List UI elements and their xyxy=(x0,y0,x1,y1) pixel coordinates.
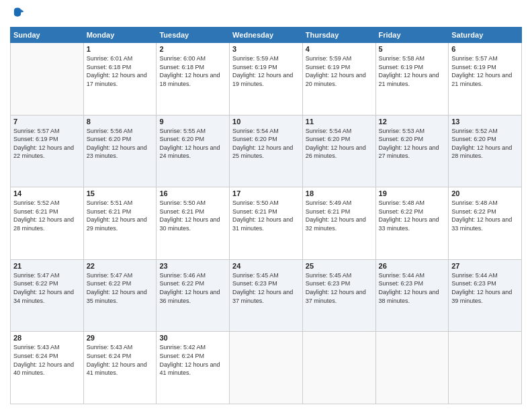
day-number: 8 xyxy=(87,118,154,126)
day-info: Sunrise: 5:57 AMSunset: 6:19 PMDaylight:… xyxy=(13,127,81,161)
calendar-cell: 8Sunrise: 5:56 AMSunset: 6:20 PMDaylight… xyxy=(83,115,157,187)
day-info: Sunrise: 5:43 AMSunset: 6:24 PMDaylight:… xyxy=(87,343,154,377)
day-info: Sunrise: 5:47 AMSunset: 6:22 PMDaylight:… xyxy=(13,271,81,305)
calendar-cell: 4Sunrise: 5:59 AMSunset: 6:19 PMDaylight… xyxy=(302,43,375,116)
day-number: 27 xyxy=(451,262,519,270)
calendar-week-row: 7Sunrise: 5:57 AMSunset: 6:19 PMDaylight… xyxy=(11,115,522,187)
calendar-cell xyxy=(302,332,375,404)
day-number: 22 xyxy=(87,262,154,270)
calendar-cell: 30Sunrise: 5:42 AMSunset: 6:24 PMDayligh… xyxy=(157,332,230,404)
day-info: Sunrise: 5:43 AMSunset: 6:24 PMDaylight:… xyxy=(13,343,81,377)
day-number: 19 xyxy=(379,189,446,197)
day-info: Sunrise: 5:58 AMSunset: 6:19 PMDaylight:… xyxy=(379,54,446,88)
calendar-cell: 13Sunrise: 5:52 AMSunset: 6:20 PMDayligh… xyxy=(449,115,522,187)
calendar-cell: 29Sunrise: 5:43 AMSunset: 6:24 PMDayligh… xyxy=(83,332,157,404)
day-info: Sunrise: 5:52 AMSunset: 6:21 PMDaylight:… xyxy=(13,199,81,232)
day-number: 25 xyxy=(306,262,373,270)
day-number: 20 xyxy=(451,189,519,197)
day-number: 13 xyxy=(451,118,519,126)
col-header-thursday: Thursday xyxy=(302,28,375,43)
calendar-cell: 9Sunrise: 5:55 AMSunset: 6:20 PMDaylight… xyxy=(157,115,230,187)
day-info: Sunrise: 5:42 AMSunset: 6:24 PMDaylight:… xyxy=(159,343,226,377)
day-number: 18 xyxy=(306,189,373,197)
calendar-cell: 14Sunrise: 5:52 AMSunset: 6:21 PMDayligh… xyxy=(11,187,84,260)
day-number: 10 xyxy=(232,118,300,126)
day-number: 29 xyxy=(87,334,154,342)
day-info: Sunrise: 5:44 AMSunset: 6:23 PMDaylight:… xyxy=(379,271,446,305)
day-info: Sunrise: 5:48 AMSunset: 6:22 PMDaylight:… xyxy=(451,199,519,232)
day-info: Sunrise: 5:51 AMSunset: 6:21 PMDaylight:… xyxy=(87,199,154,232)
calendar-week-row: 28Sunrise: 5:43 AMSunset: 6:24 PMDayligh… xyxy=(11,332,522,404)
day-info: Sunrise: 5:59 AMSunset: 6:19 PMDaylight:… xyxy=(232,54,300,88)
day-number: 11 xyxy=(306,118,373,126)
calendar-week-row: 21Sunrise: 5:47 AMSunset: 6:22 PMDayligh… xyxy=(11,259,522,332)
col-header-tuesday: Tuesday xyxy=(157,28,230,43)
day-info: Sunrise: 6:00 AMSunset: 6:18 PMDaylight:… xyxy=(159,54,226,88)
calendar-cell: 22Sunrise: 5:47 AMSunset: 6:22 PMDayligh… xyxy=(83,259,157,332)
day-info: Sunrise: 5:57 AMSunset: 6:19 PMDaylight:… xyxy=(451,54,519,88)
day-number: 6 xyxy=(451,45,519,53)
calendar-cell: 21Sunrise: 5:47 AMSunset: 6:22 PMDayligh… xyxy=(11,259,84,332)
calendar-week-row: 1Sunrise: 6:01 AMSunset: 6:18 PMDaylight… xyxy=(11,43,522,116)
calendar-cell: 26Sunrise: 5:44 AMSunset: 6:23 PMDayligh… xyxy=(375,259,449,332)
calendar-cell: 19Sunrise: 5:48 AMSunset: 6:22 PMDayligh… xyxy=(375,187,449,260)
calendar-cell xyxy=(449,332,522,404)
day-info: Sunrise: 6:01 AMSunset: 6:18 PMDaylight:… xyxy=(87,54,154,88)
day-info: Sunrise: 5:55 AMSunset: 6:20 PMDaylight:… xyxy=(159,127,226,161)
logo-icon xyxy=(10,7,25,21)
calendar-cell: 12Sunrise: 5:53 AMSunset: 6:20 PMDayligh… xyxy=(375,115,449,187)
col-header-monday: Monday xyxy=(83,28,157,43)
day-info: Sunrise: 5:54 AMSunset: 6:20 PMDaylight:… xyxy=(306,127,373,161)
calendar-cell: 3Sunrise: 5:59 AMSunset: 6:19 PMDaylight… xyxy=(230,43,303,116)
logo xyxy=(10,7,28,21)
day-number: 16 xyxy=(159,189,226,197)
calendar-cell: 10Sunrise: 5:54 AMSunset: 6:20 PMDayligh… xyxy=(230,115,303,187)
calendar-cell: 7Sunrise: 5:57 AMSunset: 6:19 PMDaylight… xyxy=(11,115,84,187)
calendar-cell: 6Sunrise: 5:57 AMSunset: 6:19 PMDaylight… xyxy=(449,43,522,116)
day-number: 26 xyxy=(379,262,446,270)
col-header-sunday: Sunday xyxy=(11,28,84,43)
day-number: 28 xyxy=(13,334,81,342)
calendar-cell: 20Sunrise: 5:48 AMSunset: 6:22 PMDayligh… xyxy=(449,187,522,260)
calendar-cell xyxy=(375,332,449,404)
calendar-cell: 1Sunrise: 6:01 AMSunset: 6:18 PMDaylight… xyxy=(83,43,157,116)
calendar-cell: 15Sunrise: 5:51 AMSunset: 6:21 PMDayligh… xyxy=(83,187,157,260)
day-info: Sunrise: 5:44 AMSunset: 6:23 PMDaylight:… xyxy=(451,271,519,305)
calendar-cell: 17Sunrise: 5:50 AMSunset: 6:21 PMDayligh… xyxy=(230,187,303,260)
day-number: 21 xyxy=(13,262,81,270)
day-info: Sunrise: 5:45 AMSunset: 6:23 PMDaylight:… xyxy=(232,271,300,305)
day-info: Sunrise: 5:52 AMSunset: 6:20 PMDaylight:… xyxy=(451,127,519,161)
col-header-wednesday: Wednesday xyxy=(230,28,303,43)
header xyxy=(10,7,522,21)
day-info: Sunrise: 5:50 AMSunset: 6:21 PMDaylight:… xyxy=(159,199,226,232)
calendar-week-row: 14Sunrise: 5:52 AMSunset: 6:21 PMDayligh… xyxy=(11,187,522,260)
day-info: Sunrise: 5:59 AMSunset: 6:19 PMDaylight:… xyxy=(306,54,373,88)
day-info: Sunrise: 5:50 AMSunset: 6:21 PMDaylight:… xyxy=(232,199,300,232)
col-header-friday: Friday xyxy=(375,28,449,43)
day-info: Sunrise: 5:48 AMSunset: 6:22 PMDaylight:… xyxy=(379,199,446,232)
day-number: 15 xyxy=(87,189,154,197)
calendar-header-row: SundayMondayTuesdayWednesdayThursdayFrid… xyxy=(11,28,522,43)
day-number: 3 xyxy=(232,45,300,53)
day-number: 1 xyxy=(87,45,154,53)
calendar-cell: 27Sunrise: 5:44 AMSunset: 6:23 PMDayligh… xyxy=(449,259,522,332)
calendar-cell: 5Sunrise: 5:58 AMSunset: 6:19 PMDaylight… xyxy=(375,43,449,116)
day-info: Sunrise: 5:56 AMSunset: 6:20 PMDaylight:… xyxy=(87,127,154,161)
calendar-cell xyxy=(230,332,303,404)
calendar-cell: 28Sunrise: 5:43 AMSunset: 6:24 PMDayligh… xyxy=(11,332,84,404)
day-info: Sunrise: 5:45 AMSunset: 6:23 PMDaylight:… xyxy=(306,271,373,305)
calendar-table: SundayMondayTuesdayWednesdayThursdayFrid… xyxy=(10,27,522,404)
day-info: Sunrise: 5:47 AMSunset: 6:22 PMDaylight:… xyxy=(87,271,154,305)
calendar-cell: 11Sunrise: 5:54 AMSunset: 6:20 PMDayligh… xyxy=(302,115,375,187)
calendar-cell: 23Sunrise: 5:46 AMSunset: 6:22 PMDayligh… xyxy=(157,259,230,332)
day-info: Sunrise: 5:46 AMSunset: 6:22 PMDaylight:… xyxy=(159,271,226,305)
day-info: Sunrise: 5:53 AMSunset: 6:20 PMDaylight:… xyxy=(379,127,446,161)
day-number: 2 xyxy=(159,45,226,53)
calendar-cell: 18Sunrise: 5:49 AMSunset: 6:21 PMDayligh… xyxy=(302,187,375,260)
page: SundayMondayTuesdayWednesdayThursdayFrid… xyxy=(0,0,532,411)
calendar-cell: 16Sunrise: 5:50 AMSunset: 6:21 PMDayligh… xyxy=(157,187,230,260)
col-header-saturday: Saturday xyxy=(449,28,522,43)
day-number: 12 xyxy=(379,118,446,126)
day-number: 9 xyxy=(159,118,226,126)
day-info: Sunrise: 5:54 AMSunset: 6:20 PMDaylight:… xyxy=(232,127,300,161)
